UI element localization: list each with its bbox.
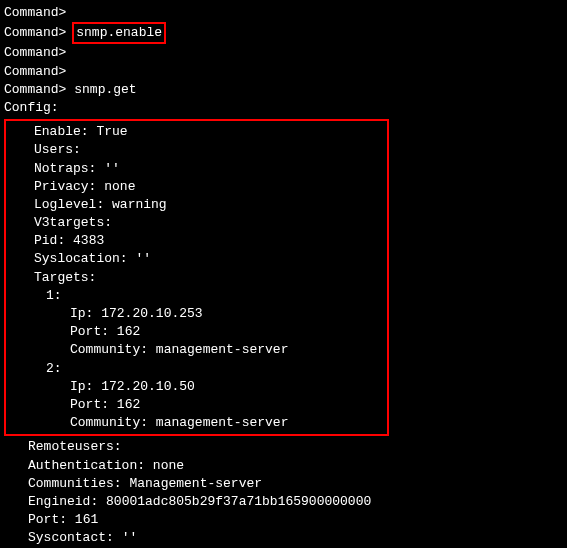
prompt-text: Command> — [4, 82, 66, 97]
cfg-target1-ip-k: Ip: — [70, 306, 93, 321]
cfg-target2-k: 2: — [46, 361, 62, 376]
cfg-target2-port-v: 162 — [117, 397, 140, 412]
cfg-communities-v: Management-server — [129, 476, 262, 491]
cfg-notraps-k: Notraps: — [34, 161, 96, 176]
cfg-port-k: Port: — [28, 512, 67, 527]
highlight-cmd-enable: snmp.enable — [72, 22, 166, 44]
prompt-line: Command> — [4, 4, 563, 22]
cfg-target2-comm-v: management-server — [156, 415, 289, 430]
cfg-pid-v: 4383 — [73, 233, 104, 248]
prompt-line-cmd2: Command> snmp.get — [4, 81, 563, 99]
cfg-target2-port-k: Port: — [70, 397, 109, 412]
cfg-loglevel-k: Loglevel: — [34, 197, 104, 212]
cfg-remoteusers-k: Remoteusers: — [28, 439, 122, 454]
cfg-loglevel-v: warning — [112, 197, 167, 212]
cfg-v3targets-k: V3targets: — [34, 215, 112, 230]
cfg-target1-comm-k: Community: — [70, 342, 148, 357]
cfg-auth-k: Authentication: — [28, 458, 145, 473]
config-label: Config: — [4, 99, 563, 117]
cfg-engineid-k: Engineid: — [28, 494, 98, 509]
cfg-target2-comm-k: Community: — [70, 415, 148, 430]
prompt-line: Command> — [4, 63, 563, 81]
prompt-text: Command> — [4, 25, 66, 40]
terminal[interactable]: Command> Command> snmp.enable Command> C… — [4, 4, 563, 548]
cfg-targets-k: Targets: — [34, 270, 96, 285]
cfg-privacy-k: Privacy: — [34, 179, 96, 194]
cfg-enable-k: Enable: — [34, 124, 89, 139]
cfg-notraps-v: '' — [104, 161, 120, 176]
cfg-syslocation-v: '' — [135, 251, 151, 266]
cfg-target1-port-v: 162 — [117, 324, 140, 339]
cfg-target1-port-k: Port: — [70, 324, 109, 339]
prompt-line-cmd1: Command> snmp.enable — [4, 22, 563, 44]
prompt-line: Command> — [4, 44, 563, 62]
cfg-target1-comm-v: management-server — [156, 342, 289, 357]
cfg-privacy-v: none — [104, 179, 135, 194]
cmd-get: snmp.get — [74, 82, 136, 97]
cfg-auth-v: none — [153, 458, 184, 473]
cfg-target2-ip-k: Ip: — [70, 379, 93, 394]
cfg-engineid-v: 80001adc805b29f37a71bb165900000000 — [106, 494, 371, 509]
cfg-target2-ip-v: 172.20.10.50 — [101, 379, 195, 394]
cfg-pid-k: Pid: — [34, 233, 65, 248]
cfg-target1-ip-v: 172.20.10.253 — [101, 306, 202, 321]
cfg-syscontact-k: Syscontact: — [28, 530, 114, 545]
cfg-target1-k: 1: — [46, 288, 62, 303]
cfg-port-v: 161 — [75, 512, 98, 527]
cfg-enable-v: True — [96, 124, 127, 139]
highlight-config-block: Enable: True Users: Notraps: '' Privacy:… — [4, 119, 389, 436]
cfg-communities-k: Communities: — [28, 476, 122, 491]
cfg-syscontact-v: '' — [122, 530, 138, 545]
cfg-syslocation-k: Syslocation: — [34, 251, 128, 266]
cfg-users-k: Users: — [34, 142, 81, 157]
